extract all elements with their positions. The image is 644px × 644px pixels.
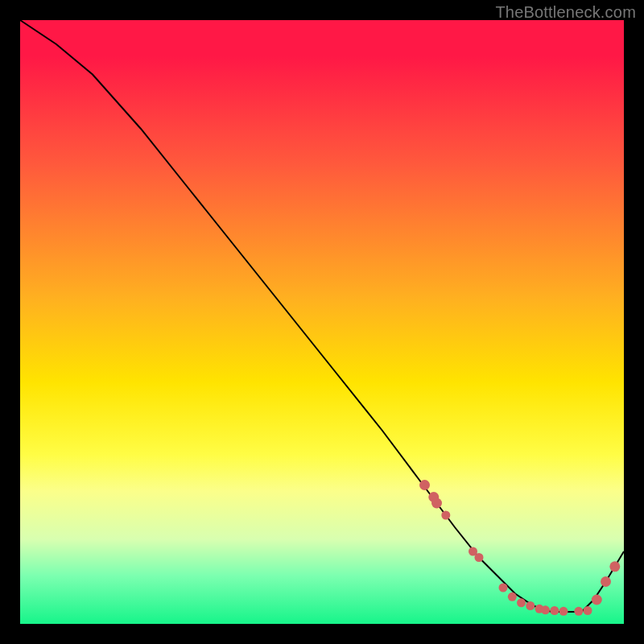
- data-point: [526, 601, 535, 610]
- data-point: [609, 561, 620, 572]
- chart-frame: TheBottleneck.com: [0, 0, 644, 644]
- plot-area: [20, 20, 624, 624]
- data-point: [499, 584, 508, 592]
- data-point: [431, 498, 442, 509]
- data-point: [517, 598, 526, 607]
- data-point: [592, 595, 602, 605]
- data-point: [601, 576, 611, 587]
- data-point: [574, 607, 583, 616]
- data-point: [441, 511, 450, 520]
- data-point: [559, 607, 568, 616]
- data-point: [541, 605, 550, 614]
- data-point: [584, 606, 592, 615]
- data-point: [475, 553, 484, 562]
- attribution-text: TheBottleneck.com: [495, 3, 636, 22]
- data-point: [508, 592, 517, 601]
- highlight-points: [419, 480, 620, 616]
- series-curve: [20, 20, 624, 612]
- data-point: [419, 480, 430, 490]
- chart-svg: [20, 20, 624, 624]
- data-point: [550, 606, 559, 615]
